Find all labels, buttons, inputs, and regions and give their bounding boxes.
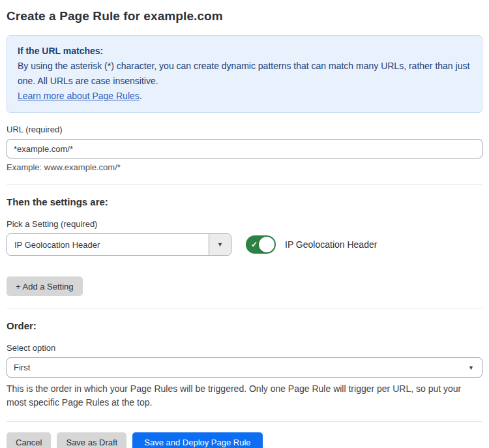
url-matches-info-box: If the URL matches: By using the asteris… (7, 35, 482, 113)
setting-input[interactable] (7, 234, 209, 255)
pick-setting-label: Pick a Setting (required) (7, 219, 482, 229)
save-draft-button[interactable]: Save as Draft (57, 432, 126, 448)
info-box-heading: If the URL matches: (18, 44, 471, 59)
info-box-link-line: Learn more about Page Rules. (18, 89, 471, 104)
link-suffix: . (140, 91, 142, 101)
order-section-heading: Order: (7, 320, 482, 331)
toggle-knob (259, 237, 274, 252)
check-icon: ✓ (251, 239, 258, 250)
order-select-value: First (14, 363, 30, 372)
page-title: Create a Page Rule for example.com (7, 9, 482, 23)
url-helper-text: Example: www.example.com/* (7, 162, 482, 172)
toggle-label: IP Geolocation Header (285, 239, 377, 250)
divider (7, 184, 482, 185)
save-deploy-button[interactable]: Save and Deploy Page Rule (132, 432, 262, 448)
order-select-label: Select option (7, 343, 482, 353)
page-rule-form: Create a Page Rule for example.com If th… (0, 0, 489, 448)
cancel-button[interactable]: Cancel (7, 432, 51, 448)
setting-combobox: ▼ (7, 233, 231, 256)
setting-row: ▼ ✓ IP Geolocation Header (7, 233, 482, 256)
url-label: URL (required) (7, 125, 482, 134)
chevron-down-icon: ▼ (217, 241, 223, 248)
divider (7, 308, 482, 308)
settings-section-heading: Then the settings are: (7, 196, 482, 207)
learn-more-link[interactable]: Learn more about Page Rules (18, 91, 140, 101)
url-input[interactable] (7, 139, 482, 158)
toggle-wrap: ✓ IP Geolocation Header (246, 235, 377, 254)
order-helper-text: This is the order in which your Page Rul… (7, 382, 482, 410)
ip-geolocation-toggle[interactable]: ✓ (246, 235, 276, 254)
setting-dropdown-button[interactable]: ▼ (209, 234, 231, 255)
add-setting-button[interactable]: + Add a Setting (7, 276, 83, 296)
chevron-down-icon: ▼ (468, 365, 474, 371)
divider (7, 421, 482, 422)
order-select[interactable]: First ▼ (7, 357, 482, 378)
info-box-body: By using the asterisk (*) character, you… (18, 59, 471, 89)
footer-buttons: Cancel Save as Draft Save and Deploy Pag… (7, 432, 482, 448)
